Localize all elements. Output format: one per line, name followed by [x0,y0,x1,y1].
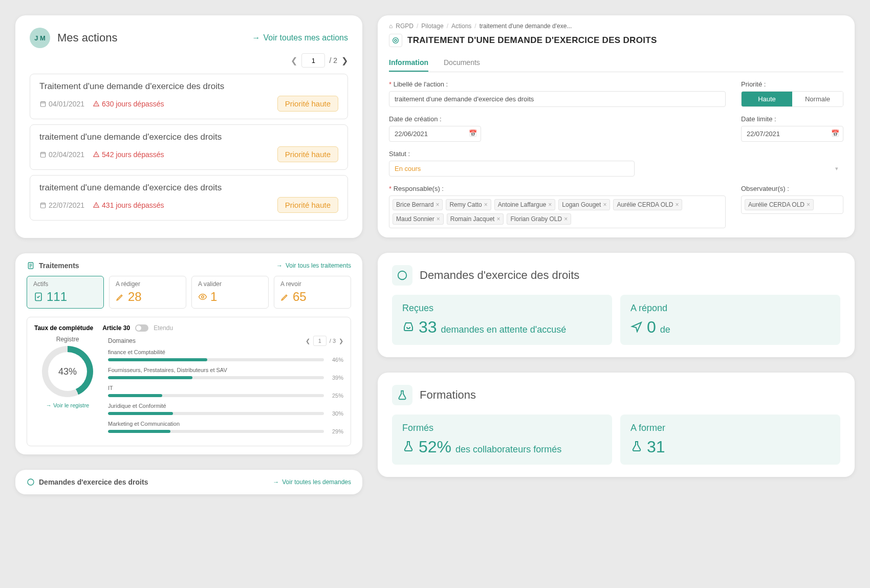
pager-next[interactable]: ❯ [341,56,348,66]
domaine-pct: 39% [328,375,343,381]
view-all-demandes-link[interactable]: → Voir toutes les demandes [273,478,351,486]
person-tag[interactable]: Maud Sonnier × [393,213,444,225]
svg-rect-0 [40,101,45,106]
view-all-actions-link[interactable]: → Voir toutes mes actions [252,33,348,42]
observateurs-input[interactable]: Aurélie CERDA OLD × [741,195,843,214]
donut-chart: 43% [42,346,93,397]
action-item[interactable]: Traitement d'une demande d'exercice des … [30,74,348,119]
remove-tag-icon[interactable]: × [496,215,500,223]
calendar-icon: 02/04/2021 [39,150,84,159]
priorite-haute[interactable]: Haute [742,92,792,106]
person-tag[interactable]: Logan Gouget × [558,199,610,210]
clipboard-icon [27,262,35,270]
crumb-3: traitement d'une demande d'exe... [480,23,572,30]
domaine-pct: 25% [328,393,343,399]
domaines-prev[interactable]: ❮ [306,338,310,344]
actions-pager: ❮ 1 / 2 ❯ [30,53,348,68]
person-tag[interactable]: Brice Bernard × [393,199,443,210]
date-creation-label: Date de création : [389,115,726,123]
pager-total: / 2 [329,56,337,64]
info-card[interactable]: Formés52%des collaborateurs formés [392,415,612,465]
svg-point-7 [393,38,399,43]
svg-rect-2 [40,203,45,207]
arrow-right-icon: → [252,33,260,42]
domaines-label: Domaines [108,337,306,344]
date-limite-label: Date limite : [741,115,843,123]
breadcrumb: ⌂ RGPD/ Pilotage/ Actions/ traitement d'… [389,23,843,30]
warning-icon: 542 jours dépassés [93,150,164,159]
action-item-title: Traitement d'une demande d'exercice des … [39,81,338,92]
domaine-row: finance et Comptabilité 46% [108,349,343,363]
completude-box: Taux de complétude Article 30 Etendu Reg… [27,317,351,446]
remove-tag-icon[interactable]: × [436,201,439,208]
domaine-row: IT 25% [108,385,343,399]
domaine-name: Juridique et Conformité [108,403,343,409]
domaine-name: Fournisseurs, Prestataires, Distributeur… [108,367,343,373]
domaine-row: Juridique et Conformité 30% [108,403,343,417]
stat-value: 65 [280,290,344,304]
demandes-mini-panel: Demandes d'exercice des droits → Voir to… [15,470,362,494]
stat-value: 1 [198,290,262,304]
remove-tag-icon[interactable]: × [564,215,568,223]
stat-card[interactable]: A valider 1 [191,276,269,309]
demandes-mini-title: Demandes d'exercice des droits [39,478,269,486]
mode-article30[interactable]: Article 30 [102,324,130,332]
action-item-title: traitement d'une demande d'exercice des … [39,183,338,193]
formations-title: Formations [420,388,476,402]
remove-tag-icon[interactable]: × [603,201,606,208]
tab-information[interactable]: Information [389,54,428,72]
person-tag[interactable]: Aurélie CERDA OLD × [745,199,814,210]
domaines-next[interactable]: ❯ [339,338,343,344]
responsables-input[interactable]: Brice Bernard ×Remy Catto ×Antoine Laffa… [389,195,726,228]
priorite-label: Priorité : [741,80,843,88]
remove-tag-icon[interactable]: × [484,201,488,208]
tab-documents[interactable]: Documents [444,54,480,72]
calendar-icon[interactable]: 📅 [831,129,839,137]
view-registre-link[interactable]: → Voir le registre [34,402,101,408]
domaine-name: finance et Comptabilité [108,349,343,355]
libelle-input[interactable] [389,91,726,107]
view-all-actions-label: Voir toutes mes actions [264,33,348,42]
date-creation-input[interactable] [389,126,481,142]
person-tag[interactable]: Antoine Laffargue × [494,199,556,210]
traitements-title: Traitements [39,262,272,270]
domaines-page[interactable]: 1 [313,336,327,346]
priorite-normale[interactable]: Normale [792,92,843,106]
observateurs-label: Observateur(s) : [741,185,843,192]
pager-prev[interactable]: ❮ [291,56,297,66]
chat-icon [392,265,412,286]
statut-select[interactable]: En cours [389,161,635,177]
stat-card[interactable]: A revoir 65 [274,276,351,309]
remove-tag-icon[interactable]: × [548,201,552,208]
stat-card[interactable]: A rédiger 28 [109,276,186,309]
remove-tag-icon[interactable]: × [807,201,810,208]
person-tag[interactable]: Aurélie CERDA OLD × [613,199,682,210]
action-item[interactable]: traitement d'une demande d'exercice des … [30,175,348,221]
demandes-title: Demandes d'exercice des droits [420,269,579,282]
person-tag[interactable]: Florian Graby OLD × [507,213,571,225]
mode-etendu[interactable]: Etendu [154,324,173,332]
stat-value: 111 [33,290,97,304]
stat-card[interactable]: Actifs 111 [27,276,104,309]
actions-title: Mes actions [57,31,252,45]
pager-page-input[interactable]: 1 [301,53,325,68]
info-card[interactable]: A former31 [620,415,840,465]
info-card[interactable]: A répond0de [620,295,840,345]
person-tag[interactable]: Remy Catto × [446,199,491,210]
date-limite-input[interactable] [741,126,843,142]
home-icon[interactable]: ⌂ [389,23,393,30]
action-item[interactable]: traitement d'une demande d'exercice des … [30,124,348,170]
crumb-1[interactable]: Pilotage [421,23,443,30]
flask-icon [392,385,412,405]
crumb-0[interactable]: RGPD [396,23,414,30]
chevron-down-icon: ▾ [835,165,838,172]
remove-tag-icon[interactable]: × [675,201,679,208]
person-tag[interactable]: Romain Jacquet × [447,213,504,225]
crumb-2[interactable]: Actions [451,23,471,30]
priority-badge: Priorité haute [277,96,338,112]
remove-tag-icon[interactable]: × [437,215,440,223]
mode-toggle[interactable] [135,324,148,332]
calendar-icon[interactable]: 📅 [469,129,477,137]
view-all-traitements-link[interactable]: → Voir tous les traitements [276,262,351,269]
info-card[interactable]: Reçues33demandes en attente d'accusé [392,295,612,345]
